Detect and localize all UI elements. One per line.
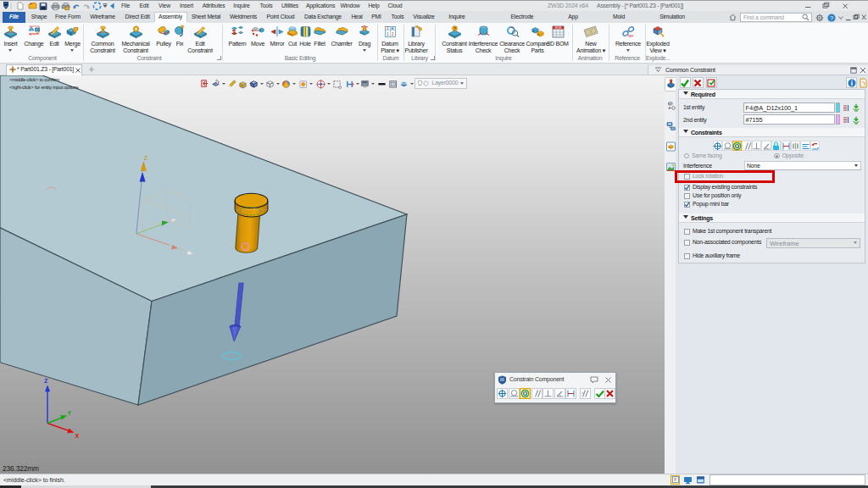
svg-text:X: X bbox=[75, 433, 80, 439]
svg-text:REF: REF bbox=[628, 35, 633, 38]
svg-text:Y: Y bbox=[68, 410, 72, 416]
svg-text:Z: Z bbox=[44, 378, 48, 384]
svg-text:Z: Z bbox=[144, 155, 148, 161]
svg-text:?: ? bbox=[830, 14, 833, 22]
svg-text:BOM: BOM bbox=[554, 26, 561, 30]
